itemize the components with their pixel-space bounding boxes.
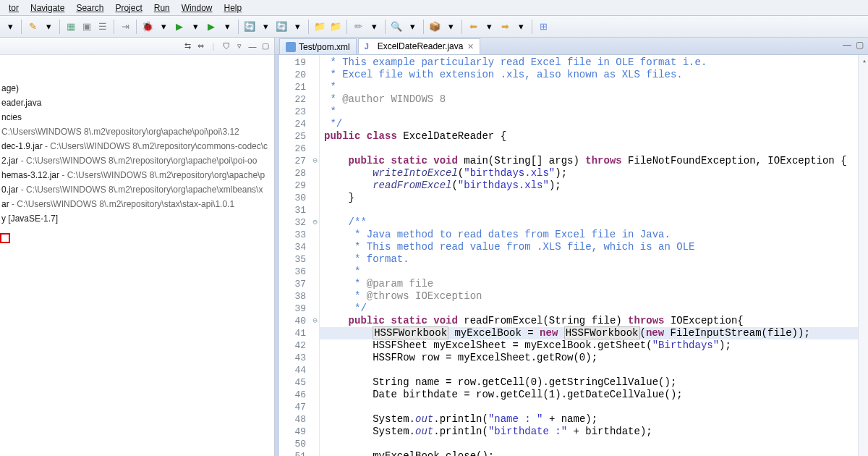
forward-icon[interactable]: ➡ [498, 20, 512, 34]
minimize-icon[interactable]: — [247, 41, 258, 52]
xml-file-icon [286, 42, 296, 52]
menu-item[interactable]: Search [76, 3, 103, 13]
dropdown-icon[interactable]: ▾ [3, 20, 17, 34]
link-icon[interactable]: ⇔ [195, 41, 206, 52]
filter-icon[interactable]: ⛉ [221, 41, 232, 52]
close-icon[interactable]: ✕ [467, 42, 474, 51]
menu-item[interactable]: Project [115, 3, 142, 13]
sep: | [208, 41, 219, 52]
box2-icon[interactable]: 📦 [427, 20, 442, 34]
code-lines[interactable]: * This example particularly read Excel f… [320, 55, 858, 456]
code-editor[interactable]: 1920212223242526272829303132333435363738… [275, 55, 868, 456]
maximize-icon[interactable]: ▢ [856, 40, 864, 50]
dropdown-icon[interactable]: ▾ [367, 20, 381, 34]
dropdown-icon[interactable]: ▾ [41, 20, 56, 34]
tree-item[interactable]: hemas-3.12.jar - C:\Users\WINDOWS 8\.m2\… [0, 168, 274, 182]
menu-item[interactable]: Navigate [30, 3, 64, 13]
wand-icon[interactable]: ✎ [25, 20, 40, 34]
folder-icon[interactable]: 📁 [312, 20, 327, 34]
refresh2-icon[interactable]: 🔄 [274, 20, 289, 34]
dropdown-icon[interactable]: ▾ [405, 20, 420, 34]
tab-pom[interactable]: Test/pom.xml [279, 38, 357, 54]
dropdown-icon[interactable]: ▾ [220, 20, 234, 34]
package-explorer: ⇆ ⇔ | ⛉ ▿ — ▢ age) eader.java ncies C:\U… [0, 38, 275, 456]
run-icon[interactable]: ▶ [172, 20, 187, 34]
menu-item[interactable]: tor [9, 3, 19, 13]
tree-item[interactable]: age) [0, 81, 274, 96]
highlight-marker [0, 233, 10, 243]
edit-icon[interactable]: ✏ [351, 20, 365, 34]
back-icon[interactable]: ⬅ [466, 20, 480, 34]
refresh-icon[interactable]: 🔄 [242, 20, 257, 34]
tree-item[interactable]: eader.java [0, 96, 274, 110]
tab-label: ExcelDateReader.java [378, 41, 464, 51]
editor-pane: Test/pom.xml ExcelDateReader.java ✕ — ▢ … [275, 38, 868, 456]
menu-item[interactable]: Window [182, 3, 213, 13]
box-icon[interactable]: ▦ [64, 20, 78, 34]
search-icon[interactable]: 🔍 [389, 20, 404, 34]
tree-item[interactable]: C:\Users\WINDOWS 8\.m2\repository\org\ap… [0, 124, 274, 139]
dropdown-icon[interactable]: ▾ [514, 20, 528, 34]
tree-item[interactable]: dec-1.9.jar - C:\Users\WINDOWS 8\.m2\rep… [0, 139, 274, 153]
menu-icon[interactable]: ▿ [234, 41, 245, 52]
line-gutter[interactable]: 1920212223242526272829303132333435363738… [279, 55, 320, 456]
dropdown-icon[interactable]: ▾ [443, 20, 458, 34]
tree-item[interactable]: 0.jar - C:\Users\WINDOWS 8\.m2\repositor… [0, 182, 274, 197]
project-tree[interactable]: age) eader.java ncies C:\Users\WINDOWS 8… [0, 55, 274, 226]
scroll-up-icon[interactable]: ▴ [862, 56, 867, 65]
java-file-icon [365, 41, 375, 51]
menu-bar: tor Navigate Search Project Run Window H… [0, 0, 868, 16]
dropdown-icon[interactable]: ▾ [290, 20, 305, 34]
tab-label: Test/pom.xml [299, 42, 350, 52]
collapse-icon[interactable]: ⇆ [182, 41, 193, 52]
minimize-icon[interactable]: — [843, 40, 851, 50]
tree-item[interactable]: y [JavaSE-1.7] [0, 211, 274, 226]
folder2-icon[interactable]: 📁 [328, 20, 343, 34]
tab-exceldatereader[interactable]: ExcelDateReader.java ✕ [358, 38, 481, 54]
overview-ruler[interactable]: ▴ [858, 55, 868, 456]
sidebar-toolbar: ⇆ ⇔ | ⛉ ▿ — ▢ [0, 38, 274, 55]
dropdown-icon[interactable]: ▾ [482, 20, 496, 34]
window-icon[interactable]: ⊞ [536, 20, 550, 34]
tree-item[interactable]: ar - C:\Users\WINDOWS 8\.m2\repository\s… [0, 197, 274, 211]
menu-item[interactable]: Help [224, 3, 242, 13]
tree-item[interactable]: 2.jar - C:\Users\WINDOWS 8\.m2\repositor… [0, 153, 274, 168]
dropdown-icon[interactable]: ▾ [258, 20, 273, 34]
menu-item[interactable]: Run [154, 3, 170, 13]
dropdown-icon[interactable]: ▾ [156, 20, 171, 34]
list-icon[interactable]: ☰ [95, 20, 110, 34]
skip-icon[interactable]: ⇥ [118, 20, 132, 34]
editor-tabs: Test/pom.xml ExcelDateReader.java ✕ — ▢ [275, 38, 868, 55]
tree-item[interactable]: ncies [0, 110, 274, 124]
dropdown-icon[interactable]: ▾ [188, 20, 203, 34]
maximize-icon[interactable]: ▢ [260, 41, 271, 52]
toolbar: ▾ ✎ ▾ ▦ ▣ ☰ ⇥ 🐞 ▾ ▶ ▾ ▶ ▾ 🔄 ▾ 🔄 ▾ 📁 📁 ✏ … [0, 16, 868, 38]
stop-icon[interactable]: ▣ [80, 20, 94, 34]
run-ext-icon[interactable]: ▶ [204, 20, 218, 34]
debug-icon[interactable]: 🐞 [140, 20, 155, 34]
